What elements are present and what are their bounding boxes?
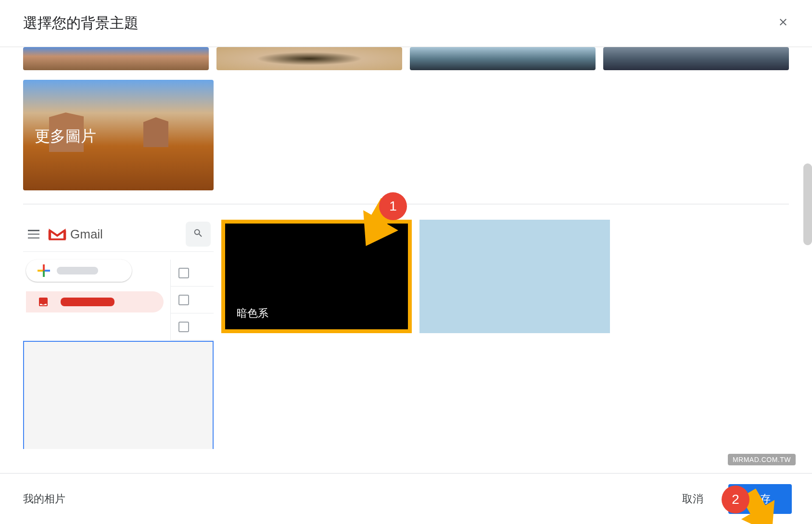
- image-theme-row: [23, 47, 789, 70]
- theme-grid: Gmail: [23, 220, 789, 449]
- theme-image-thumbnail[interactable]: [216, 47, 402, 70]
- scrollbar-thumb[interactable]: [803, 163, 812, 245]
- theme-swatch-default[interactable]: [23, 341, 214, 449]
- cancel-button[interactable]: 取消: [671, 486, 715, 512]
- dialog-header: 選擇您的背景主題: [0, 0, 812, 47]
- theme-image-thumbnail[interactable]: [410, 47, 596, 70]
- dialog-footer: 我的相片 取消 儲存: [0, 473, 812, 524]
- inbox-label-placeholder: [61, 298, 114, 306]
- mail-row-preview: [171, 260, 214, 287]
- annotation-badge-2: 2: [722, 486, 749, 513]
- theme-image-thumbnail[interactable]: [23, 47, 209, 70]
- inbox-icon: [38, 296, 49, 308]
- inbox-item-preview: [26, 291, 164, 312]
- my-photos-link[interactable]: 我的相片: [23, 492, 65, 506]
- search-icon: [193, 228, 203, 240]
- dialog-content: 更多圖片 1 Gmail: [0, 47, 812, 449]
- mail-list-preview: [170, 260, 214, 340]
- compose-placeholder: [57, 267, 98, 274]
- close-icon: [777, 16, 789, 31]
- watermark-label: MRMAD.COM.TW: [728, 454, 796, 465]
- search-button: [186, 222, 211, 247]
- hamburger-menu-icon: [28, 230, 39, 238]
- close-button[interactable]: [774, 12, 793, 35]
- theme-swatch-lightblue[interactable]: [419, 220, 610, 333]
- mail-row-preview: [171, 287, 214, 313]
- dialog-title: 選擇您的背景主題: [23, 13, 139, 33]
- more-images-tile[interactable]: 更多圖片: [23, 80, 214, 190]
- checkbox-icon: [178, 268, 189, 278]
- gmail-preview-body: [23, 260, 214, 340]
- theme-swatch-label: 暗色系: [237, 306, 268, 321]
- compose-button-preview: [26, 260, 132, 282]
- annotation-badge-1: 1: [379, 192, 407, 220]
- checkbox-icon: [178, 322, 189, 332]
- gmail-m-icon: [48, 227, 66, 241]
- gmail-preview-header: Gmail: [23, 220, 214, 252]
- gmail-preview-sidebar: [23, 260, 170, 340]
- gmail-label: Gmail: [70, 227, 103, 242]
- more-images-label: 更多圖片: [35, 126, 96, 147]
- plus-icon: [38, 264, 50, 277]
- checkbox-icon: [178, 295, 189, 305]
- gmail-logo: Gmail: [48, 227, 103, 242]
- mail-row-preview: [171, 313, 214, 340]
- theme-image-thumbnail[interactable]: [603, 47, 789, 70]
- theme-preview-light[interactable]: Gmail: [23, 220, 214, 333]
